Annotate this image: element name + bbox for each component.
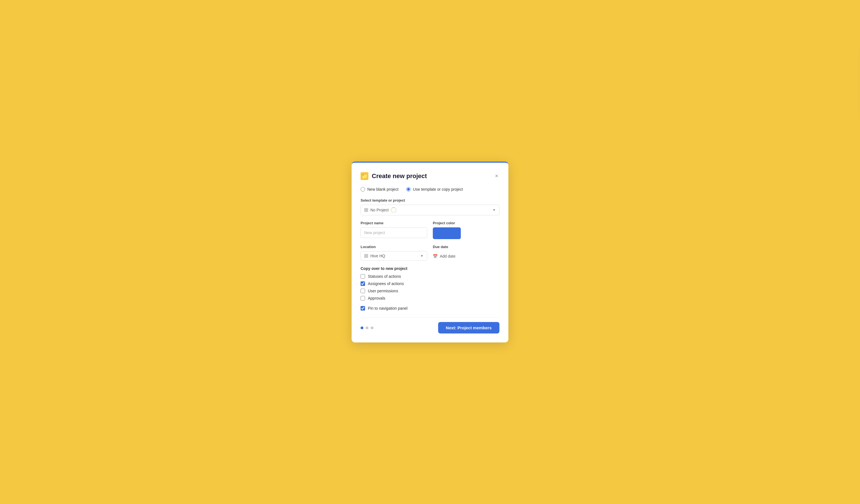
modal-title-group: 📁 Create new project	[361, 172, 427, 180]
due-date-field: Due date 📅 Add date	[433, 245, 499, 261]
checkbox-assignees[interactable]: Assignees of actions	[361, 282, 499, 286]
checkbox-permissions-label: User permissions	[368, 289, 398, 293]
radio-blank-input[interactable]	[361, 187, 365, 191]
next-button[interactable]: Next: Project members	[438, 322, 499, 333]
location-dropdown[interactable]: Hive HQ ▼	[361, 251, 427, 261]
checkbox-assignees-label: Assignees of actions	[368, 282, 404, 286]
pin-section: Pin to navigation panel	[361, 306, 499, 311]
checkbox-assignees-input[interactable]	[361, 282, 365, 286]
location-label: Location	[361, 245, 427, 249]
radio-template-project[interactable]: Use template or copy project	[406, 187, 463, 191]
checkbox-pin-label: Pin to navigation panel	[368, 306, 407, 311]
checkbox-approvals-label: Approvals	[368, 296, 385, 300]
dot-1	[361, 327, 363, 329]
checkbox-statuses-input[interactable]	[361, 274, 365, 278]
due-date-picker[interactable]: 📅 Add date	[433, 251, 499, 258]
location-value: Hive HQ	[370, 254, 385, 258]
location-due-row: Location Hive HQ ▼ Due date 📅 Add date	[361, 245, 499, 261]
name-color-row: Project name Project color	[361, 221, 499, 239]
copy-section-label: Copy over to new project	[361, 266, 499, 271]
project-color-label: Project color	[433, 221, 499, 225]
checkbox-approvals-input[interactable]	[361, 296, 365, 300]
due-date-placeholder: Add date	[440, 254, 456, 258]
create-project-modal: 📁 Create new project × New blank project…	[352, 161, 508, 343]
modal-header: 📁 Create new project ×	[361, 172, 499, 180]
location-icon	[364, 254, 368, 258]
location-inner: Hive HQ	[364, 254, 385, 258]
location-chevron-icon: ▼	[420, 254, 424, 258]
project-color-field: Project color	[433, 221, 499, 239]
project-color-button[interactable]	[433, 227, 461, 239]
checkbox-approvals[interactable]: Approvals	[361, 296, 499, 300]
dot-2	[366, 327, 369, 329]
checkbox-permissions-input[interactable]	[361, 289, 365, 293]
project-name-input[interactable]	[361, 227, 427, 238]
checkbox-permissions[interactable]: User permissions	[361, 289, 499, 293]
chevron-down-icon: ▼	[492, 208, 496, 212]
select-template-dropdown[interactable]: No Project ▼	[361, 205, 499, 215]
checkbox-statuses-label: Statuses of actions	[368, 274, 401, 278]
close-button[interactable]: ×	[494, 172, 499, 180]
select-template-label: Select template or project	[361, 198, 499, 202]
due-date-label: Due date	[433, 245, 499, 249]
project-name-field: Project name	[361, 221, 427, 239]
loading-spinner	[391, 207, 397, 213]
project-name-label: Project name	[361, 221, 427, 225]
folder-icon: 📁	[361, 172, 369, 180]
radio-blank-project[interactable]: New blank project	[361, 187, 398, 191]
pagination-dots	[361, 327, 373, 329]
checkbox-list: Statuses of actions Assignees of actions…	[361, 274, 499, 300]
radio-blank-label: New blank project	[367, 187, 398, 191]
checkbox-pin[interactable]: Pin to navigation panel	[361, 306, 499, 311]
dot-3	[371, 327, 373, 329]
radio-template-input[interactable]	[406, 187, 411, 191]
checkbox-pin-input[interactable]	[361, 306, 365, 311]
checkbox-statuses[interactable]: Statuses of actions	[361, 274, 499, 278]
modal-title: Create new project	[372, 172, 427, 180]
screen: 📁 Create new project × New blank project…	[0, 0, 860, 504]
radio-group: New blank project Use template or copy p…	[361, 187, 499, 191]
radio-template-label: Use template or copy project	[413, 187, 463, 191]
modal-footer: Next: Project members	[361, 317, 499, 333]
template-color-swatch	[364, 208, 368, 212]
select-template-value: No Project	[370, 208, 389, 212]
calendar-icon: 📅	[433, 254, 438, 258]
location-field: Location Hive HQ ▼	[361, 245, 427, 261]
select-template-inner: No Project	[364, 207, 397, 213]
